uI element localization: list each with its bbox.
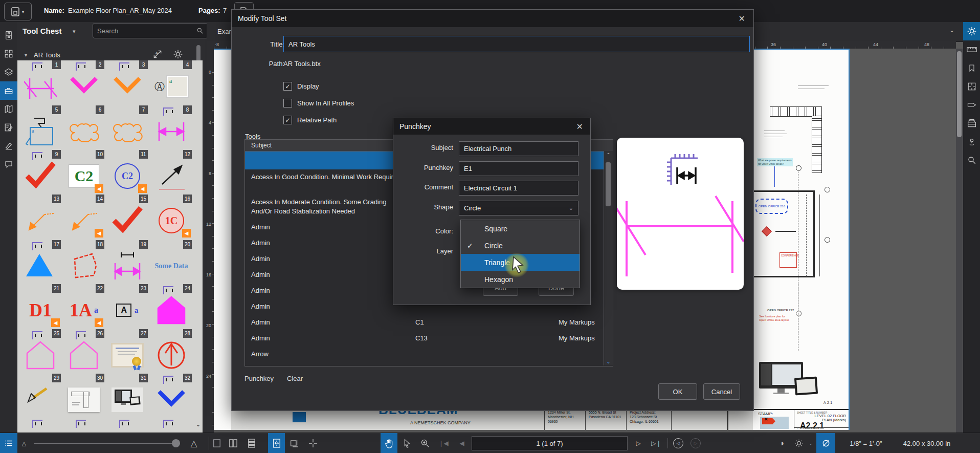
scale-indicator[interactable]: 1/8" = 1'-0"	[840, 433, 892, 453]
tool-7-cloud-callout-tool[interactable]: 7	[106, 106, 149, 150]
gear-icon[interactable]	[963, 22, 980, 40]
chevron-down-icon[interactable]: ⌄	[807, 433, 814, 453]
scroll-up-icon[interactable]: ⌃	[604, 151, 613, 159]
ok-button[interactable]: OK	[658, 383, 697, 400]
document-stack-icon[interactable]	[963, 114, 980, 133]
tool-22-1a-stamp[interactable]: 221Aa◀	[62, 285, 105, 329]
tool-26-pentagon-outline-tool-2[interactable]: 26	[62, 330, 105, 374]
next-page-icon[interactable]: ▷	[632, 433, 644, 453]
tool-11-c2-circle-stamp[interactable]: 11C2◀	[106, 151, 149, 195]
checkbox-show-in-all-profiles[interactable]: Show In All Profiles	[283, 95, 354, 112]
cancel-button[interactable]: Cancel	[703, 383, 740, 400]
tab-overflow-chevron-icon[interactable]: ⌄	[949, 27, 954, 34]
markup-list-toggle-icon[interactable]	[0, 433, 17, 453]
previous-view-icon[interactable]: ◁	[672, 433, 684, 453]
tool-5-callout-box-tool[interactable]: 5a	[19, 106, 62, 150]
checkbox-box[interactable]: ✓	[283, 82, 292, 91]
zoom-slider-track[interactable]	[34, 443, 180, 444]
zoom-in-icon[interactable]	[417, 433, 433, 453]
fit-width-icon[interactable]	[287, 433, 301, 453]
punchkey-button[interactable]: Punchkey	[244, 375, 274, 382]
bookmark-icon[interactable]	[963, 59, 980, 77]
checkbox-box[interactable]: ✓	[283, 116, 292, 124]
ruler-icon[interactable]	[963, 40, 980, 59]
keynote-diamond-markup[interactable]	[762, 226, 772, 236]
tag-icon[interactable]	[963, 96, 980, 114]
last-page-icon[interactable]: ▷❘	[650, 433, 663, 453]
chevron-down-icon[interactable]: ▾	[73, 28, 76, 35]
pan-hand-icon[interactable]	[381, 433, 397, 453]
table-row[interactable]: AdminC1My Markups	[245, 315, 613, 331]
tool-16-1c-circle-stamp[interactable]: 161C◀	[150, 196, 193, 240]
conference-area-markup[interactable]: CONFERENCE	[779, 252, 797, 268]
slider-min-icon[interactable]: △	[19, 433, 29, 453]
tool-20-some-data-text-tool[interactable]: 20Some Data	[150, 241, 193, 285]
tool-8-dimension-arrow-tool[interactable]: 8	[150, 106, 193, 150]
line-weights-icon[interactable]	[816, 433, 835, 453]
tool-31-monitor-photo-tool[interactable]: 31	[106, 375, 149, 419]
shape-combo[interactable]: Circle⌄	[459, 201, 578, 215]
search-input[interactable]: Search	[93, 23, 208, 38]
floorplan-icon[interactable]	[963, 77, 980, 96]
tool-29-pencil-highlight-tool[interactable]: 29	[19, 375, 62, 419]
chevron-expand-icon[interactable]: ▾	[25, 52, 27, 58]
tool-27-certificate-stamp[interactable]: 27	[106, 330, 149, 374]
pen-icon[interactable]	[0, 137, 17, 155]
sticky-note-markup[interactable]: What are power requirements for Open Off…	[757, 158, 793, 166]
tool-24-pentagon-fill-tool[interactable]: 24	[150, 285, 193, 329]
checkbox-box[interactable]	[283, 99, 292, 107]
tool-32-vee-blue-tool[interactable]: 32	[150, 375, 193, 419]
table-scrollbar[interactable]: ⌃ ⌄	[604, 151, 613, 365]
tool-chest-icon[interactable]	[0, 81, 17, 100]
checkbox-display[interactable]: ✓Display	[283, 78, 354, 95]
select-cursor-icon[interactable]	[400, 433, 413, 453]
gear-icon[interactable]	[173, 49, 183, 59]
brightness-icon[interactable]	[793, 433, 805, 453]
document-menu-button[interactable]: ▾	[4, 3, 32, 20]
crosshair-icon[interactable]	[306, 433, 320, 453]
document-scrollbar[interactable]	[956, 49, 963, 433]
punchkey-title-bar[interactable]: Punchkey	[393, 118, 590, 135]
shape-option-circle[interactable]: ✓Circle	[461, 237, 580, 254]
close-icon[interactable]: ✕	[739, 14, 745, 24]
layers-icon[interactable]	[0, 63, 17, 81]
contrast-icon[interactable]: ◑	[775, 433, 788, 453]
tool-23-a-box-tool[interactable]: 23Aa	[106, 285, 149, 329]
chat-icon[interactable]	[0, 155, 17, 174]
red-note-markup[interactable]: See furniture plan for Open Office area …	[759, 315, 792, 322]
grid-icon[interactable]	[0, 45, 17, 63]
search-icon[interactable]	[963, 151, 980, 169]
location-pin-icon[interactable]	[963, 133, 980, 151]
scale-tool-icon[interactable]: A	[152, 49, 163, 59]
dialog-title-bar[interactable]: Modify Tool Set	[232, 10, 753, 27]
scroll-down-icon[interactable]: ⌄	[195, 420, 201, 428]
clear-button[interactable]: Clear	[287, 375, 303, 382]
tool-18-sketch-polygon-tool[interactable]: 18	[62, 241, 105, 285]
tool-14-ai-leader-tool[interactable]: 14◀	[62, 196, 105, 240]
tool-25-pentagon-outline-tool[interactable]: 25	[19, 330, 62, 374]
close-icon[interactable]: ✕	[576, 122, 583, 132]
table-row[interactable]: AdminC13My Markups	[245, 331, 613, 347]
subject-input[interactable]: Electrical Punch	[459, 141, 578, 156]
title-input[interactable]: AR Tools	[283, 36, 750, 52]
single-page-view-icon[interactable]	[210, 433, 224, 453]
tool-19-small-dimension-tool[interactable]: 19	[106, 241, 149, 285]
tool-12-arrow-tool[interactable]: 12	[150, 151, 193, 195]
tool-9-check-markup-tool[interactable]: 9	[19, 151, 62, 195]
tool-28-north-arrow-tool[interactable]: 28	[150, 330, 193, 374]
zoom-slider-handle[interactable]	[172, 439, 180, 447]
map-icon[interactable]	[0, 100, 17, 118]
tool-4-label-a-tool[interactable]: 4Ⓐa	[150, 61, 193, 105]
tool-1-length-dimension-tool[interactable]: 1	[19, 61, 62, 105]
multi-row-view-icon[interactable]	[244, 433, 259, 453]
table-scroll-thumb[interactable]	[606, 162, 611, 206]
tool-2-polyline-vee-tool[interactable]: 2	[62, 61, 105, 105]
tool-6-cloud-tool[interactable]: 6	[62, 106, 105, 150]
two-column-view-icon[interactable]	[226, 433, 240, 453]
tool-17-triangle-tool[interactable]: 17	[19, 241, 62, 285]
table-row[interactable]: Arrow	[245, 347, 613, 362]
scroll-down-icon[interactable]: ⌄	[604, 359, 613, 364]
tool-13-leader-note-tool[interactable]: 13	[19, 196, 62, 240]
slider-max-icon[interactable]: △	[187, 433, 201, 453]
comment-input[interactable]: Electrical Circuit 1	[459, 181, 578, 196]
